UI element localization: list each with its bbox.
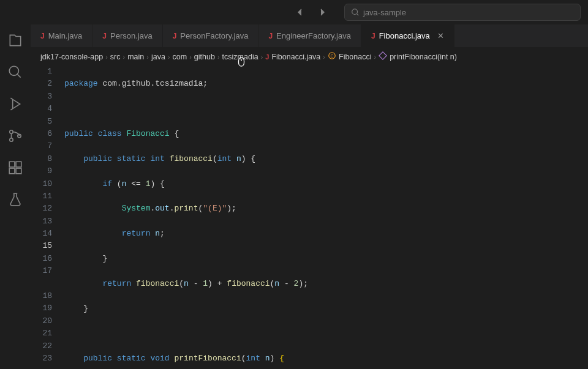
code-content[interactable]: package com.github.tcsizmadia; public cl… <box>64 65 588 369</box>
tab-main[interactable]: J Main.java <box>31 24 92 47</box>
nav-buttons <box>295 7 327 17</box>
java-file-icon: J <box>102 32 107 40</box>
breadcrumb-item[interactable]: CFibonacci <box>328 51 372 62</box>
breadcrumb-item[interactable]: com <box>173 53 187 61</box>
nav-forward-button[interactable] <box>317 7 327 17</box>
java-file-icon: J <box>173 32 177 40</box>
nav-back-button[interactable] <box>295 7 305 17</box>
class-icon: C <box>328 51 336 62</box>
breadcrumb-item[interactable]: tcsizmadia <box>222 53 258 61</box>
breadcrumb: jdk17-console-app › src › main › java › … <box>31 48 588 65</box>
breadcrumb-item[interactable]: github <box>194 53 215 61</box>
tab-personfactory[interactable]: J PersonFactory.java <box>163 24 259 47</box>
svg-rect-5 <box>9 162 15 167</box>
explorer-icon[interactable] <box>7 32 24 49</box>
svg-text:C: C <box>330 54 333 58</box>
line-numbers: 1 2 3 4 5 6 7 8 9 10 11 12 13 14 15 16 1… <box>31 65 64 369</box>
java-file-icon: J <box>265 53 269 61</box>
testing-icon[interactable] <box>7 191 24 208</box>
arrow-left-icon <box>295 7 305 17</box>
extensions-icon[interactable] <box>7 159 24 176</box>
code-editor[interactable]: 1 2 3 4 5 6 7 8 9 10 11 12 13 14 15 16 1… <box>31 65 588 369</box>
editor-area: J Main.java J Person.java J PersonFactor… <box>31 24 588 369</box>
debug-icon[interactable] <box>7 95 24 113</box>
chevron-right-icon: › <box>374 53 377 61</box>
source-control-icon[interactable] <box>7 127 24 144</box>
svg-point-3 <box>10 138 13 141</box>
tab-bar: J Main.java J Person.java J PersonFactor… <box>31 24 588 48</box>
breadcrumb-item[interactable]: java <box>151 53 165 61</box>
svg-point-0 <box>352 9 358 15</box>
java-file-icon: J <box>371 32 375 40</box>
chevron-right-icon: › <box>217 53 220 61</box>
chevron-right-icon: › <box>123 53 126 61</box>
svg-rect-8 <box>16 162 21 167</box>
method-icon <box>379 51 387 62</box>
tab-fibonacci[interactable]: J Fibonacci.java ✕ <box>361 24 454 47</box>
java-file-icon: J <box>40 32 45 40</box>
breadcrumb-item[interactable]: main <box>127 53 144 61</box>
tab-label: Person.java <box>110 31 153 40</box>
titlebar: java-sample <box>0 0 588 24</box>
search-input[interactable]: java-sample <box>344 4 581 21</box>
tab-engineerfactory[interactable]: J EngineerFactory.java <box>258 24 361 47</box>
svg-rect-7 <box>16 168 21 174</box>
svg-rect-6 <box>9 168 15 174</box>
chevron-right-icon: › <box>323 53 325 61</box>
close-icon[interactable]: ✕ <box>437 31 444 40</box>
search-icon[interactable] <box>7 64 24 81</box>
tab-label: PersonFactory.java <box>180 31 248 40</box>
arrow-right-icon <box>317 7 327 17</box>
breadcrumb-item[interactable]: src <box>110 53 121 61</box>
chevron-right-icon: › <box>146 53 149 61</box>
svg-point-2 <box>10 130 13 133</box>
breadcrumb-item[interactable]: printFibonacci(int n) <box>379 51 457 62</box>
tab-label: Fibonacci.java <box>379 31 430 40</box>
java-file-icon: J <box>268 32 273 40</box>
tab-label: Main.java <box>48 31 83 40</box>
breadcrumb-item[interactable]: jdk17-console-app <box>40 53 103 61</box>
breadcrumb-item[interactable]: JFibonacci.java <box>265 53 320 61</box>
chevron-right-icon: › <box>189 53 192 61</box>
search-icon <box>351 8 360 17</box>
activity-bar <box>0 24 31 369</box>
svg-rect-11 <box>379 52 386 59</box>
chevron-right-icon: › <box>168 53 170 61</box>
tab-label: EngineerFactory.java <box>276 31 351 40</box>
chevron-right-icon: › <box>261 53 263 61</box>
chevron-right-icon: › <box>105 53 108 61</box>
tab-person[interactable]: J Person.java <box>92 24 162 47</box>
svg-point-1 <box>9 66 18 75</box>
search-placeholder: java-sample <box>363 8 406 17</box>
